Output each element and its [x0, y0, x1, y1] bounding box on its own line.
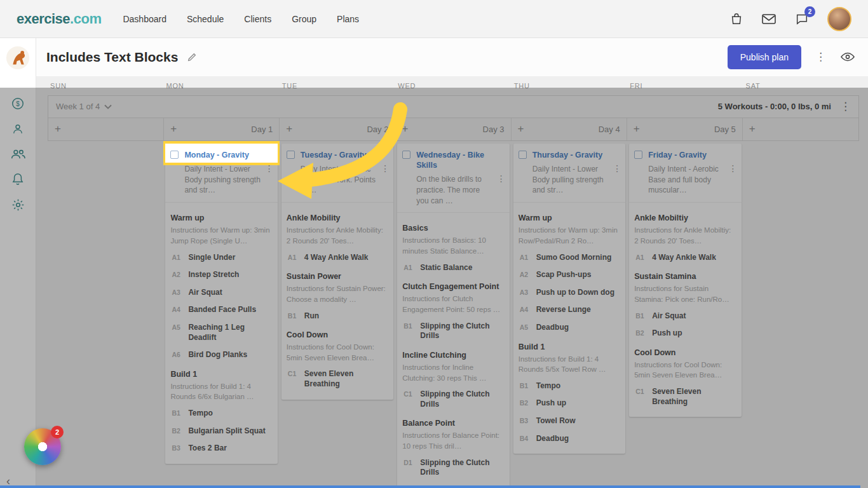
exercise-code: B2 — [520, 399, 530, 407]
workout-card-header[interactable]: Wednesday - Bike Skills — [397, 144, 509, 173]
exercise-row[interactable]: B1Slipping the Clutch Drills — [402, 315, 504, 342]
workout-menu-icon[interactable]: ⋮ — [265, 164, 274, 173]
exercise-row[interactable]: B2Push up — [519, 392, 620, 410]
section-instructions: Instructions for Cool Down: 5min Seven E… — [634, 360, 736, 381]
preview-eye-icon[interactable] — [840, 51, 855, 62]
publish-plan-button[interactable]: Publish plan — [728, 45, 801, 69]
header-menu-icon[interactable]: ⋮ — [815, 51, 826, 62]
store-bag-icon[interactable] — [729, 12, 743, 26]
nav-link-group[interactable]: Group — [292, 14, 316, 24]
add-workout-button[interactable]: + — [634, 123, 640, 135]
exercise-name: Run — [304, 311, 319, 322]
workout-description: Daily Intent - Aerobic threshold work. P… — [301, 164, 378, 196]
logo[interactable]: exercise.com — [17, 11, 101, 27]
mail-icon[interactable] — [761, 13, 776, 25]
exercise-row[interactable]: B2Push up — [634, 322, 736, 340]
horizontal-scrollbar[interactable] — [0, 485, 860, 488]
nav-link-clients[interactable]: Clients — [244, 14, 271, 24]
exercise-row[interactable]: B1Run — [287, 305, 388, 323]
day-of-week-sun: SUN — [48, 82, 163, 90]
exercise-row[interactable]: A3Air Squat — [170, 281, 272, 299]
exercise-code: B3 — [520, 417, 530, 424]
exercise-code: A1 — [635, 254, 646, 261]
exercise-name: Push up — [652, 329, 682, 339]
svg-text:$: $ — [16, 100, 20, 107]
exercise-row[interactable]: A2Instep Stretch — [170, 264, 272, 281]
exercise-row[interactable]: A14 Way Ankle Walk — [634, 247, 736, 264]
section-instructions: Instructions for Build 1: 4 Rounds 6/6x … — [170, 381, 272, 402]
exercise-row[interactable]: A14 Way Ankle Walk — [287, 247, 388, 264]
exercise-row[interactable]: A1Static Balance — [402, 257, 504, 274]
brand-mascot-icon[interactable] — [6, 46, 30, 70]
day-number-label: Day 2 — [367, 125, 388, 134]
exercise-row[interactable]: A5Deadbug — [519, 316, 620, 334]
exercise-row[interactable]: D1Slipping the Clutch Drills — [402, 452, 504, 479]
exercise-row[interactable]: B3Towel Row — [519, 410, 620, 428]
chat-launcher[interactable]: 2 — [24, 428, 61, 465]
exercise-row[interactable]: A3Push up to Down dog — [519, 281, 620, 299]
exercise-row[interactable]: B1Air Squat — [634, 305, 736, 323]
exercise-row[interactable]: A6Bird Dog Planks — [170, 344, 272, 362]
week-selector[interactable]: Week 1 of 4 — [56, 102, 112, 111]
day-of-week-tue: TUE — [280, 82, 395, 90]
day-column-header-2: +Day 1 — [164, 118, 280, 140]
workout-checkbox[interactable] — [287, 151, 295, 159]
workout-card-header[interactable]: Friday - Gravity — [629, 144, 741, 163]
add-workout-button[interactable]: + — [170, 123, 177, 135]
edit-title-icon[interactable] — [187, 52, 197, 62]
exercise-row[interactable]: B3Toes 2 Bar — [170, 437, 272, 455]
add-workout-button[interactable]: + — [55, 123, 61, 135]
workout-menu-icon[interactable]: ⋮ — [381, 164, 390, 173]
billing-dollar-icon[interactable]: $ — [11, 97, 25, 111]
section-instructions: Instructions for Sustain Stamina: Pick o… — [634, 283, 736, 304]
exercise-row[interactable]: B2Bulgarian Split Squat — [170, 420, 272, 438]
exercise-code: A4 — [520, 306, 530, 313]
workout-card-header[interactable]: Tuesday - Gravity — [281, 144, 393, 163]
settings-gear-icon[interactable] — [11, 198, 25, 212]
workout-menu-icon[interactable]: ⋮ — [497, 174, 506, 183]
week-menu-icon[interactable]: ⋮ — [840, 101, 851, 112]
exercise-name: Toes 2 Bar — [188, 444, 226, 454]
main-content: Includes Text Blocks Publish plan ⋮ SUNM… — [36, 38, 868, 488]
exercise-row[interactable]: B4Deadbug — [519, 428, 620, 445]
workout-card-header[interactable]: Monday - Gravity — [165, 144, 277, 163]
exercise-row[interactable]: A1Sumo Good Morning — [519, 247, 620, 264]
exercise-row[interactable]: A1Single Under — [170, 247, 272, 264]
user-avatar[interactable] — [827, 7, 851, 31]
workout-card-header[interactable]: Thursday - Gravity — [513, 144, 625, 163]
day-of-week-sat: SAT — [743, 82, 859, 90]
exercise-name: Reaching 1 Leg Deadlift — [188, 323, 272, 342]
workout-title: Friday - Gravity — [648, 150, 707, 160]
workout-checkbox[interactable] — [402, 151, 410, 159]
exercise-row[interactable]: C1Seven Eleven Breathing — [634, 381, 736, 408]
workout-checkbox[interactable] — [634, 151, 642, 159]
nav-link-schedule[interactable]: Schedule — [187, 14, 224, 24]
groups-people-icon[interactable] — [10, 147, 26, 160]
add-workout-button[interactable]: + — [286, 123, 292, 135]
exercise-row[interactable]: A4Banded Face Pulls — [170, 299, 272, 316]
add-workout-button[interactable]: + — [402, 123, 408, 135]
exercise-row[interactable]: A5Reaching 1 Leg Deadlift — [170, 316, 272, 344]
exercise-row[interactable]: C1Seven Eleven Breathing — [287, 363, 388, 390]
day-column-7 — [743, 141, 859, 488]
workout-menu-icon[interactable]: ⋮ — [613, 164, 621, 173]
nav-link-dashboard[interactable]: Dashboard — [123, 14, 166, 24]
nav-link-plans[interactable]: Plans — [337, 14, 359, 24]
workout-checkbox[interactable] — [519, 151, 527, 159]
exercise-row[interactable]: C1Slipping the Clutch Drills — [402, 383, 504, 410]
exercise-code: B2 — [172, 427, 182, 435]
chat-icon[interactable]: 2 — [794, 12, 810, 26]
exercise-row[interactable]: A4Reverse Lunge — [519, 299, 620, 316]
add-workout-button[interactable]: + — [749, 123, 756, 135]
exercise-row[interactable]: A2Scap Push-ups — [519, 264, 620, 281]
workout-checkbox[interactable] — [170, 151, 179, 159]
exercise-row[interactable]: B1Tempo — [170, 402, 272, 420]
exercise-row[interactable]: B1Tempo — [519, 375, 620, 393]
client-person-icon[interactable] — [11, 123, 24, 135]
notifications-bell-icon[interactable] — [11, 172, 24, 186]
nav-links: DashboardScheduleClientsGroupPlans — [123, 14, 359, 24]
workout-menu-icon[interactable]: ⋮ — [729, 164, 738, 173]
add-workout-button[interactable]: + — [518, 123, 524, 135]
exercise-name: Air Squat — [652, 311, 686, 322]
exercise-name: 4 Way Ankle Walk — [652, 253, 716, 263]
